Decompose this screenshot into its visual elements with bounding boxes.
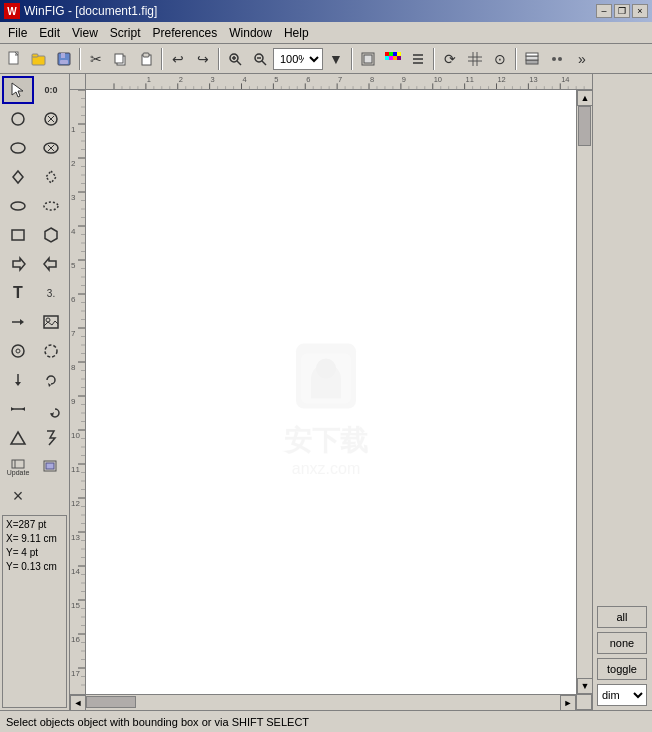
toggle-button[interactable]: toggle bbox=[597, 658, 647, 680]
update-button[interactable]: Update bbox=[2, 453, 34, 481]
scroll-v-thumb[interactable] bbox=[578, 106, 591, 146]
save-button[interactable] bbox=[52, 47, 76, 71]
text2-tool[interactable]: 3. bbox=[35, 279, 67, 307]
rect-tool[interactable] bbox=[2, 221, 34, 249]
spline-tool[interactable] bbox=[2, 192, 34, 220]
menu-file[interactable]: File bbox=[2, 24, 33, 42]
svg-rect-2 bbox=[32, 54, 38, 57]
down-arrow-tool[interactable] bbox=[2, 366, 34, 394]
svg-rect-19 bbox=[385, 52, 389, 56]
zoom-select[interactable]: 50% 75% 100% 125% 150% 200% bbox=[273, 48, 323, 70]
rotate-tool[interactable] bbox=[35, 366, 67, 394]
more-button[interactable]: » bbox=[570, 47, 594, 71]
scale-tool[interactable] bbox=[2, 395, 34, 423]
ellipse-tool[interactable] bbox=[2, 134, 34, 162]
grid-button[interactable] bbox=[463, 47, 487, 71]
extra-button[interactable] bbox=[545, 47, 569, 71]
svg-text:2: 2 bbox=[179, 75, 183, 84]
scroll-h-track[interactable] bbox=[86, 695, 560, 711]
svg-marker-39 bbox=[12, 83, 23, 97]
menu-view[interactable]: View bbox=[66, 24, 104, 42]
snap-button[interactable]: ⊙ bbox=[488, 47, 512, 71]
svg-text:16: 16 bbox=[71, 635, 80, 644]
scroll-down-button[interactable]: ▼ bbox=[577, 678, 592, 694]
new-button[interactable] bbox=[2, 47, 26, 71]
refresh-button[interactable]: ⟳ bbox=[438, 47, 462, 71]
restore-button[interactable]: ❐ bbox=[614, 4, 630, 18]
toolbar-sep-1 bbox=[79, 48, 81, 70]
menu-script[interactable]: Script bbox=[104, 24, 147, 42]
cut-button[interactable]: ✂ bbox=[84, 47, 108, 71]
svg-rect-21 bbox=[393, 52, 397, 56]
arrow3-tool[interactable] bbox=[2, 308, 34, 336]
menu-window[interactable]: Window bbox=[223, 24, 278, 42]
spline2-tool[interactable] bbox=[35, 192, 67, 220]
svg-line-11 bbox=[237, 61, 241, 65]
lightning-tool[interactable] bbox=[35, 424, 67, 452]
arrow-left-tool[interactable] bbox=[35, 250, 67, 278]
layer-button[interactable] bbox=[520, 47, 544, 71]
svg-text:6: 6 bbox=[306, 75, 310, 84]
zoom-in-button[interactable] bbox=[223, 47, 247, 71]
horizontal-ruler: 1234567891011121314 bbox=[86, 74, 592, 90]
svg-marker-53 bbox=[45, 228, 57, 242]
watermark: 安下载 anxz.com bbox=[284, 334, 368, 478]
svg-point-60 bbox=[12, 345, 24, 357]
all-button[interactable]: all bbox=[597, 606, 647, 628]
triangle-tool[interactable] bbox=[2, 424, 34, 452]
circle-filled-tool[interactable] bbox=[35, 105, 67, 133]
menu-bar: File Edit View Script Preferences Window… bbox=[0, 22, 652, 44]
open-button[interactable] bbox=[27, 47, 51, 71]
minimize-button[interactable]: – bbox=[596, 4, 612, 18]
circle-tool[interactable] bbox=[2, 105, 34, 133]
arrow-right-tool[interactable] bbox=[2, 250, 34, 278]
drawing-area[interactable]: 安下载 anxz.com bbox=[86, 90, 576, 694]
text-tool[interactable]: T bbox=[2, 279, 34, 307]
zoom-out-button[interactable] bbox=[248, 47, 272, 71]
copy-button[interactable] bbox=[109, 47, 133, 71]
svg-text:3: 3 bbox=[211, 75, 215, 84]
close-button[interactable]: × bbox=[632, 4, 648, 18]
image-tool[interactable] bbox=[35, 308, 67, 336]
svg-text:5: 5 bbox=[274, 75, 278, 84]
paste-button[interactable] bbox=[134, 47, 158, 71]
align-button[interactable] bbox=[406, 47, 430, 71]
right-panel: all none toggle dim bright bbox=[592, 74, 652, 710]
title-bar-left: W WinFIG - [document1.fig] bbox=[4, 3, 157, 19]
select-tool[interactable] bbox=[2, 76, 34, 104]
undo-button[interactable]: ↩ bbox=[166, 47, 190, 71]
menu-edit[interactable]: Edit bbox=[33, 24, 66, 42]
circle3-tool[interactable] bbox=[35, 337, 67, 365]
circle2-tool[interactable] bbox=[2, 337, 34, 365]
polyline-tool[interactable] bbox=[2, 163, 34, 191]
svg-text:14: 14 bbox=[71, 567, 80, 576]
tool-row-9 bbox=[2, 308, 67, 336]
toolbar-sep-6 bbox=[515, 48, 517, 70]
zoom-dropdown-button[interactable]: ▼ bbox=[324, 47, 348, 71]
hex-tool[interactable] bbox=[35, 221, 67, 249]
ellipse-filled-tool[interactable] bbox=[35, 134, 67, 162]
svg-line-15 bbox=[262, 61, 266, 65]
svg-rect-52 bbox=[12, 230, 24, 240]
svg-text:1: 1 bbox=[147, 75, 151, 84]
none-button[interactable]: none bbox=[597, 632, 647, 654]
colors-button[interactable] bbox=[381, 47, 405, 71]
scroll-left-button[interactable]: ◄ bbox=[70, 695, 86, 711]
menu-preferences[interactable]: Preferences bbox=[147, 24, 224, 42]
scroll-v-track[interactable] bbox=[577, 106, 592, 678]
redo-button[interactable]: ↪ bbox=[191, 47, 215, 71]
scroll-up-button[interactable]: ▲ bbox=[577, 90, 592, 106]
delete-tool[interactable]: × bbox=[2, 482, 34, 510]
svg-rect-5 bbox=[60, 60, 68, 64]
export-button[interactable] bbox=[356, 47, 380, 71]
scroll-h-thumb[interactable] bbox=[86, 696, 136, 708]
tool-row-13 bbox=[2, 424, 67, 452]
horizontal-scrollbar: ◄ ► bbox=[70, 694, 576, 710]
dim-select[interactable]: dim bright bbox=[597, 684, 647, 706]
rotate2-tool[interactable] bbox=[35, 395, 67, 423]
polyline2-tool[interactable] bbox=[35, 163, 67, 191]
menu-help[interactable]: Help bbox=[278, 24, 315, 42]
update-img-button[interactable] bbox=[35, 453, 67, 481]
svg-rect-7 bbox=[115, 54, 123, 63]
scroll-right-button[interactable]: ► bbox=[560, 695, 576, 711]
